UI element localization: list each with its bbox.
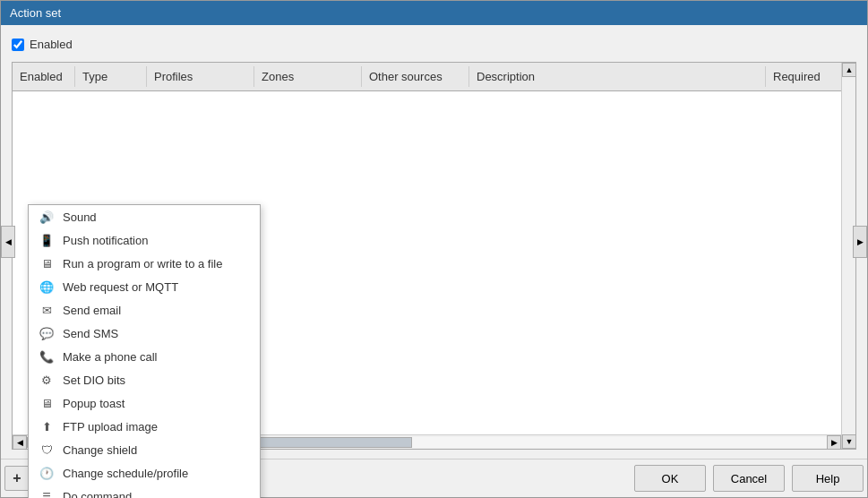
dropdown-menu: 🔊 Sound 📱 Push notification 🖥 Run a prog… <box>28 204 261 498</box>
menu-item-push-notification[interactable]: 📱 Push notification <box>29 228 260 252</box>
ftp-upload-icon: ⬆ <box>39 419 54 434</box>
menu-item-command-label: Do command <box>63 490 132 499</box>
help-button[interactable]: Help <box>792 465 864 492</box>
menu-item-run-label: Run a program or write to a file <box>63 257 222 270</box>
run-program-icon: 🖥 <box>39 256 54 270</box>
phone-call-icon: 📞 <box>39 349 54 364</box>
window-title: Action set <box>10 6 61 20</box>
menu-item-send-email[interactable]: ✉ Send email <box>29 298 260 322</box>
scroll-right-arrow[interactable]: ▶ <box>827 435 841 450</box>
menu-item-web-label: Web request or MQTT <box>63 280 178 294</box>
scroll-left-arrow[interactable]: ◀ <box>13 435 27 450</box>
menu-item-sms-label: Send SMS <box>63 327 118 340</box>
action-set-window: Action set Enabled Enabled Type Profiles <box>0 0 868 498</box>
menu-item-phone-label: Make a phone call <box>63 350 158 364</box>
scroll-down-arrow[interactable]: ▼ <box>842 434 856 449</box>
menu-item-push-label: Push notification <box>63 234 148 247</box>
col-header-enabled: Enabled <box>13 66 75 87</box>
set-dio-icon: ⚙ <box>39 373 54 387</box>
ok-button[interactable]: OK <box>634 465 706 492</box>
menu-item-set-dio[interactable]: ⚙ Set DIO bits <box>29 368 260 391</box>
menu-item-dio-label: Set DIO bits <box>63 374 125 387</box>
title-bar: Action set <box>1 1 867 25</box>
send-email-icon: ✉ <box>39 303 54 317</box>
do-command-icon: ≡ <box>39 489 54 498</box>
menu-item-do-command[interactable]: ≡ Do command <box>29 485 260 498</box>
menu-item-popup-label: Popup toast <box>63 397 125 410</box>
content-area: Enabled Enabled Type Profiles Zones Othe… <box>1 25 867 459</box>
col-header-other-sources: Other sources <box>362 66 469 87</box>
menu-item-change-shield[interactable]: 🛡 Change shield <box>29 438 260 461</box>
menu-item-email-label: Send email <box>63 304 121 317</box>
web-request-icon: 🌐 <box>39 279 54 294</box>
menu-item-schedule-label: Change schedule/profile <box>63 467 188 480</box>
col-header-zones: Zones <box>254 66 362 87</box>
add-button[interactable]: + <box>4 466 30 491</box>
menu-item-popup-toast[interactable]: 🖥 Popup toast <box>29 391 260 415</box>
dialog-buttons: OK Cancel Help <box>634 465 864 492</box>
send-sms-icon: 💬 <box>39 326 54 340</box>
menu-item-run-program[interactable]: 🖥 Run a program or write to a file <box>29 252 260 275</box>
change-shield-icon: 🛡 <box>39 442 54 457</box>
menu-item-change-schedule[interactable]: 🕐 Change schedule/profile <box>29 461 260 485</box>
change-schedule-icon: 🕐 <box>39 466 54 480</box>
menu-item-phone-call[interactable]: 📞 Make a phone call <box>29 345 260 368</box>
cancel-button[interactable]: Cancel <box>713 465 785 492</box>
menu-item-ftp-label: FTP upload image <box>63 420 158 434</box>
push-notification-icon: 📱 <box>39 233 54 247</box>
col-header-profiles: Profiles <box>147 66 254 87</box>
sound-icon: 🔊 <box>39 210 54 224</box>
menu-item-send-sms[interactable]: 💬 Send SMS <box>29 322 260 345</box>
menu-item-shield-label: Change shield <box>63 443 137 457</box>
scroll-up-arrow[interactable]: ▲ <box>842 63 856 77</box>
enabled-row: Enabled <box>12 34 856 55</box>
table-header: Enabled Type Profiles Zones Other source… <box>13 63 855 91</box>
menu-item-web-request[interactable]: 🌐 Web request or MQTT <box>29 275 260 298</box>
menu-item-sound[interactable]: 🔊 Sound <box>29 205 260 228</box>
menu-item-ftp-upload[interactable]: ⬆ FTP upload image <box>29 415 260 438</box>
nav-left-arrow[interactable]: ◀ <box>1 226 15 258</box>
nav-right-arrow[interactable]: ▶ <box>853 226 867 258</box>
col-header-description: Description <box>469 66 766 87</box>
col-header-type: Type <box>75 66 147 87</box>
popup-toast-icon: 🖥 <box>39 396 54 410</box>
enabled-checkbox[interactable] <box>12 39 24 51</box>
menu-item-sound-label: Sound <box>63 210 97 224</box>
enabled-label: Enabled <box>30 38 73 51</box>
